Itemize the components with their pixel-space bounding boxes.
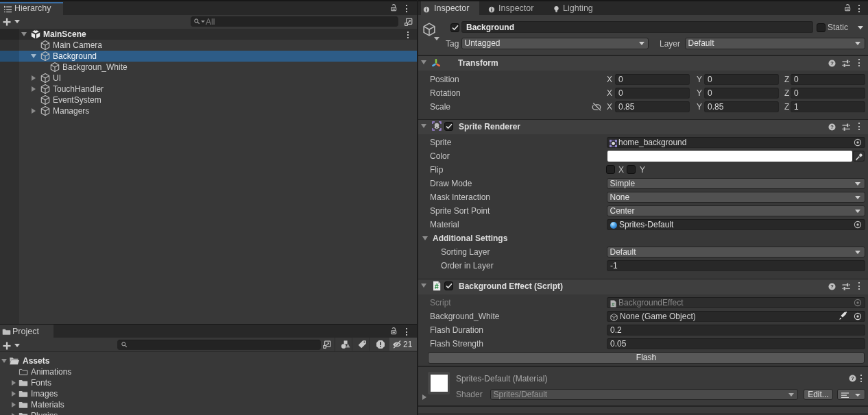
svg-text:?: ? (830, 60, 834, 66)
svg-text:?: ? (851, 375, 854, 381)
svg-text:?: ? (830, 124, 834, 130)
svg-text:?: ? (830, 284, 834, 290)
svg-text:#: # (435, 282, 439, 290)
